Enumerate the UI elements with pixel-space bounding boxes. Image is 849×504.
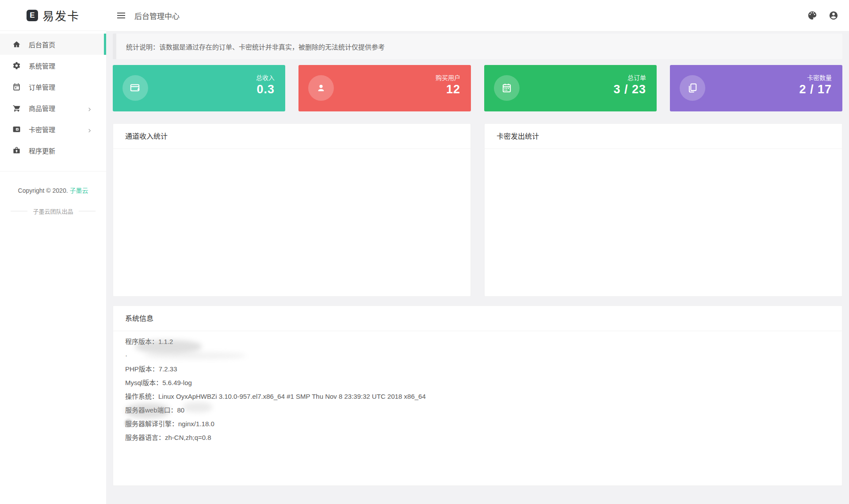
system-info-panel: 系统信息 程序版本：1.1.2 · PHP版本：7.2.33 Mysql版本：5… [113,305,842,486]
user-account-icon[interactable] [829,11,838,20]
brand-name: 易发卡 [42,7,80,23]
stat-card-label: 总订单 [627,73,646,82]
calendar-icon [494,75,520,101]
team-note: 子墨云团队出品 [0,207,106,215]
stat-card-value: 3 / 23 [613,83,646,96]
system-info-title: 系统信息 [113,306,842,331]
sidebar-item-label: 商品管理 [29,103,87,113]
team-note-text: 子墨云团队出品 [33,207,73,215]
stats-notice-text: 统计说明：该数据是通过存在的订单、卡密统计并非真实，被删除的无法统计仅提供参考 [126,42,385,51]
stat-card-label: 卡密数量 [807,73,832,82]
sidebar-item-label: 程序更新 [29,146,106,155]
brand-logo[interactable]: E 易发卡 [0,0,106,31]
info-line-server-language: 服务器语言：zh-CN,zh;q=0.8 [125,431,830,444]
sidebar-item-orders[interactable]: 订单管理 [0,76,106,97]
topbar-actions [807,11,838,20]
info-line-os: 操作系统：Linux OyxApHWBZi 3.10.0-957.el7.x86… [125,389,830,403]
calendar-icon [12,83,21,91]
copyright-brand-link[interactable]: 子墨云 [69,187,88,194]
stat-card-label: 购买用户 [436,73,460,82]
stat-card-orders: 总订单 3 / 23 [484,65,657,111]
stat-cards-row: 总收入 0.3 购买用户 12 总订单 3 / 23 卡密数量 2 / 17 [113,65,842,111]
info-line-redacted: · [125,348,830,362]
copyright: Copyright © 2020. 子墨云 [0,186,106,195]
stat-card-value: 2 / 17 [799,83,832,96]
channel-income-panel: 通道收入统计 [113,123,471,297]
cart-icon [12,104,21,112]
topbar: 后台管理中心 [106,0,849,31]
stat-card-buyers: 购买用户 12 [298,65,471,111]
sidebar-item-products[interactable]: 商品管理 [0,97,106,118]
info-line-php-version: PHP版本：7.2.33 [125,362,830,376]
page-title: 后台管理中心 [134,10,180,21]
credit-card-icon [122,75,148,101]
copy-icon [680,75,705,101]
system-info-body: 程序版本：1.1.2 · PHP版本：7.2.33 Mysql版本：5.6.49… [113,331,842,448]
theme-palette-icon[interactable] [807,11,817,20]
sidebar-menu: 后台首页 系统管理 订单管理 商品管理 [0,31,106,161]
copyright-text: Copyright © 2020. [18,187,68,194]
card-icon [12,125,21,134]
stat-card-card-count: 卡密数量 2 / 17 [670,65,842,111]
hamburger-menu-icon[interactable] [116,10,126,21]
home-icon [12,40,21,49]
sidebar-item-system[interactable]: 系统管理 [0,55,106,76]
sidebar-item-home[interactable]: 后台首页 [0,34,106,55]
sidebar-item-cards[interactable]: 卡密管理 [0,118,106,140]
info-line-server-engine: 服务器解译引擎：nginx/1.18.0 [125,417,830,431]
sidebar-item-update[interactable]: 程序更新 [0,140,106,161]
gear-icon [12,61,21,70]
stat-card-value: 12 [446,83,460,96]
info-line-program-version: 程序版本：1.1.2 [125,335,830,348]
sidebar-item-label: 卡密管理 [29,125,87,134]
upgrade-icon [12,146,21,155]
chevron-right-icon [87,106,92,111]
stat-card-label: 总收入 [256,73,275,82]
info-line-mysql-version: Mysql版本：5.6.49-log [125,376,830,389]
card-issue-panel: 卡密发出统计 [484,123,842,297]
sidebar-divider [0,171,106,172]
sidebar: E 易发卡 后台首页 系统管理 订单管理 商品管理 [0,0,106,504]
stat-card-income: 总收入 0.3 [113,65,285,111]
channel-income-chart-body [113,149,470,297]
charts-row: 通道收入统计 卡密发出统计 [113,123,842,297]
stats-notice: 统计说明：该数据是通过存在的订单、卡密统计并非真实，被删除的无法统计仅提供参考 [113,34,842,59]
channel-income-title: 通道收入统计 [113,124,470,149]
info-line-web-port: 服务器web端口：80 [125,403,830,417]
sidebar-item-label: 后台首页 [29,40,106,49]
chevron-right-icon [87,127,92,132]
card-issue-chart-body [485,149,842,297]
brand-logo-icon: E [27,10,38,21]
card-issue-title: 卡密发出统计 [485,124,842,149]
sidebar-item-label: 系统管理 [29,61,106,70]
sidebar-item-label: 订单管理 [29,82,106,92]
stat-card-value: 0.3 [256,83,275,96]
main-content: 统计说明：该数据是通过存在的订单、卡密统计并非真实，被删除的无法统计仅提供参考 … [106,31,849,504]
user-icon [308,75,334,101]
